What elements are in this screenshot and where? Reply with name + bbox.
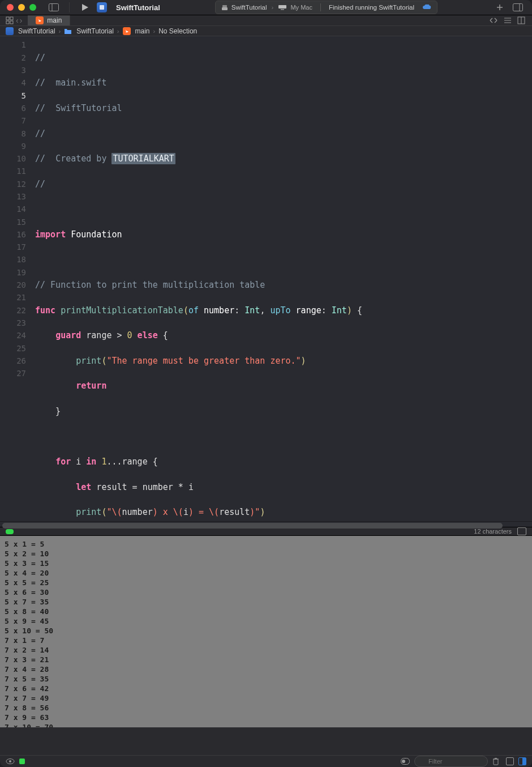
toolbar-separator	[69, 2, 70, 12]
line-gutter: 1234567891011121314151617181920212223242…	[0, 36, 32, 521]
folder-icon	[64, 28, 72, 35]
status-indicator-icon	[6, 529, 14, 534]
related-items-icon[interactable]	[6, 16, 14, 24]
nav-back-button[interactable]: ‹	[16, 16, 19, 25]
breadcrumb[interactable]: SwiftTutorial › SwiftTutorial › main › N…	[0, 26, 532, 36]
add-editor-icon[interactable]	[517, 16, 525, 24]
swift-file-icon	[36, 16, 44, 24]
console-footer-space	[0, 727, 532, 755]
chevron-right-icon: ›	[117, 28, 119, 35]
scheme-name: SwiftTutorial	[231, 4, 267, 11]
breakpoint-toggle-icon[interactable]	[19, 759, 25, 764]
activity-status-bar[interactable]: SwiftTutorial › My Mac Finished running …	[215, 1, 437, 14]
svg-rect-0	[49, 4, 59, 11]
breadcrumb-project: SwiftTutorial	[18, 27, 55, 35]
nav-forward-button[interactable]: ›	[20, 16, 23, 25]
code-area[interactable]: // // main.swift // SwiftTutorial // // …	[32, 36, 532, 521]
cloud-icon	[422, 4, 431, 11]
status-separator	[320, 3, 321, 11]
selection-char-count: 12 characters	[474, 528, 512, 535]
chevron-right-icon: ›	[272, 4, 274, 11]
svg-rect-5	[222, 5, 227, 7]
variables-panel-toggle[interactable]	[506, 757, 514, 765]
debug-bottom-bar	[0, 755, 532, 767]
svg-rect-13	[10, 17, 13, 20]
svg-rect-10	[513, 4, 522, 11]
tab-bar: ‹ › main	[0, 15, 532, 26]
breadcrumb-selection: No Selection	[158, 27, 197, 35]
breadcrumb-file: main	[135, 27, 150, 35]
svg-point-24	[402, 760, 405, 763]
svg-rect-4	[222, 7, 228, 10]
adjust-editor-icon[interactable]	[504, 16, 512, 24]
scheme-icon	[221, 4, 228, 11]
editor-tab-main[interactable]: main	[28, 15, 70, 25]
svg-rect-7	[281, 9, 284, 10]
svg-point-22	[9, 760, 11, 762]
console-panel-toggle[interactable]	[518, 757, 526, 765]
svg-rect-28	[494, 759, 498, 765]
recent-files-icon[interactable]	[489, 16, 498, 24]
trash-icon[interactable]	[492, 757, 501, 765]
window-traffic-lights	[7, 4, 36, 11]
destination-name: My Mac	[290, 4, 312, 11]
library-button[interactable]	[510, 0, 525, 15]
svg-rect-12	[6, 17, 9, 20]
selection-highlight: TUTORIALKART	[111, 153, 175, 164]
console-filter-input[interactable]	[414, 756, 488, 767]
editor-horizontal-scrollbar[interactable]	[0, 521, 532, 527]
maximize-window-button[interactable]	[29, 4, 36, 11]
svg-rect-6	[278, 5, 286, 8]
debug-console[interactable]: 5 x 1 = 5 5 x 2 = 10 5 x 3 = 15 5 x 4 = …	[0, 536, 532, 727]
add-button[interactable]	[492, 0, 507, 15]
titlebar: SwiftTutorial SwiftTutorial › My Mac Fin…	[0, 0, 532, 15]
close-window-button[interactable]	[7, 4, 14, 11]
tab-label: main	[47, 16, 62, 24]
project-icon	[6, 27, 14, 35]
scrollbar-thumb[interactable]	[2, 523, 503, 529]
visibility-icon[interactable]	[6, 758, 15, 765]
destination-icon	[278, 5, 287, 10]
svg-rect-14	[6, 21, 9, 24]
minimap-toggle-icon[interactable]	[517, 527, 526, 535]
chevron-right-icon: ›	[59, 28, 61, 35]
code-editor[interactable]: 1234567891011121314151617181920212223242…	[0, 36, 532, 521]
swift-file-icon	[123, 27, 131, 35]
filter-field-wrap	[414, 756, 488, 767]
breadcrumb-folder: SwiftTutorial	[76, 27, 114, 35]
run-button[interactable]	[78, 0, 92, 15]
svg-rect-15	[10, 21, 13, 24]
minimize-window-button[interactable]	[18, 4, 25, 11]
chevron-right-icon: ›	[153, 28, 156, 35]
output-selector-icon[interactable]	[401, 758, 410, 765]
project-title: SwiftTutorial	[116, 3, 160, 12]
svg-rect-3	[100, 5, 104, 10]
svg-marker-2	[82, 4, 88, 11]
build-status-text: Finished running SwiftTutorial	[329, 4, 414, 11]
project-icon	[97, 2, 107, 12]
sidebar-toggle-icon[interactable]	[46, 0, 61, 15]
